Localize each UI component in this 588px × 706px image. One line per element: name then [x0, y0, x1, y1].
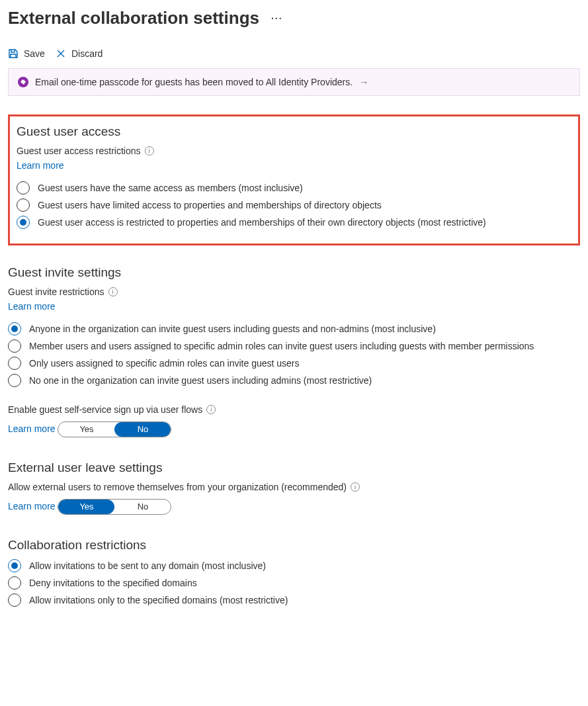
info-icon[interactable]: i: [145, 146, 154, 155]
save-button[interactable]: Save: [8, 48, 45, 59]
radio-icon: [8, 322, 21, 335]
radio-icon: [17, 181, 30, 195]
collab-option[interactable]: Allow invitations only to the specified …: [8, 594, 580, 607]
banner-text: Email one-time passcode for guests has b…: [35, 77, 353, 87]
banner-icon: [18, 77, 28, 87]
page-title: External collaboration settings ···: [8, 8, 580, 28]
radio-icon: [17, 216, 30, 229]
guest-invite-option-label: Only users assigned to specific admin ro…: [29, 358, 300, 369]
radio-icon: [8, 576, 21, 590]
guest-invite-option[interactable]: No one in the organization can invite gu…: [8, 374, 580, 387]
radio-icon: [8, 374, 21, 387]
guest-invite-heading: Guest invite settings: [8, 265, 580, 280]
learn-more-link[interactable]: Learn more: [8, 301, 56, 312]
toggle-yes[interactable]: Yes: [58, 422, 114, 437]
toggle-yes[interactable]: Yes: [58, 500, 114, 514]
radio-icon: [8, 594, 21, 607]
guest-access-option-label: Guest users have the same access as memb…: [38, 183, 303, 193]
collab-option[interactable]: Allow invitations to be sent to any doma…: [8, 559, 580, 572]
info-banner: Email one-time passcode for guests has b…: [8, 68, 580, 96]
toggle-no[interactable]: No: [114, 422, 171, 437]
close-icon: [56, 48, 66, 59]
radio-icon: [17, 199, 30, 212]
self-service-label: Enable guest self-service sign up via us…: [8, 404, 202, 415]
learn-more-link[interactable]: Learn more: [17, 160, 64, 171]
leave-label-row: Allow external users to remove themselve…: [8, 482, 580, 492]
save-label: Save: [24, 48, 45, 59]
guest-invite-sub: Guest invite restrictions i: [8, 287, 580, 297]
info-icon[interactable]: i: [206, 405, 216, 414]
guest-invite-option-label: Anyone in the organization can invite gu…: [29, 324, 436, 334]
guest-invite-section: Guest invite settings Guest invite restr…: [8, 265, 580, 441]
save-icon: [8, 48, 19, 59]
more-icon[interactable]: ···: [271, 13, 283, 24]
guest-access-sub: Guest user access restrictions i: [17, 146, 571, 156]
toggle-no[interactable]: No: [114, 500, 171, 514]
self-service-label-row: Enable guest self-service sign up via us…: [8, 404, 580, 415]
leave-heading: External user leave settings: [8, 461, 580, 475]
guest-invite-option[interactable]: Only users assigned to specific admin ro…: [8, 357, 580, 370]
radio-icon: [8, 357, 21, 370]
leave-toggle[interactable]: Yes No: [58, 499, 171, 515]
guest-invite-sub-text: Guest invite restrictions: [8, 287, 105, 297]
command-bar: Save Discard: [8, 44, 580, 68]
guest-access-sub-text: Guest user access restrictions: [17, 146, 141, 156]
arrow-right-icon[interactable]: →: [359, 77, 368, 87]
collab-section: Collaboration restrictions Allow invitat…: [8, 538, 580, 607]
radio-icon: [8, 559, 21, 572]
guest-access-option[interactable]: Guest user access is restricted to prope…: [17, 216, 571, 229]
guest-access-option[interactable]: Guest users have limited access to prope…: [17, 199, 571, 212]
guest-access-option-label: Guest user access is restricted to prope…: [38, 217, 486, 228]
guest-access-option[interactable]: Guest users have the same access as memb…: [17, 181, 571, 195]
discard-label: Discard: [71, 48, 103, 59]
radio-icon: [8, 339, 21, 353]
collab-option-label: Deny invitations to the specified domain…: [29, 578, 197, 588]
collab-option[interactable]: Deny invitations to the specified domain…: [8, 576, 580, 590]
info-icon[interactable]: i: [108, 287, 118, 296]
guest-invite-option[interactable]: Member users and users assigned to speci…: [8, 339, 580, 353]
collab-option-label: Allow invitations only to the specified …: [29, 595, 288, 605]
leave-section: External user leave settings Allow exter…: [8, 461, 580, 518]
guest-invite-option[interactable]: Anyone in the organization can invite gu…: [8, 322, 580, 335]
self-service-toggle[interactable]: Yes No: [58, 421, 171, 437]
page-title-text: External collaboration settings: [8, 8, 259, 28]
info-icon[interactable]: i: [351, 482, 360, 492]
guest-invite-option-label: No one in the organization can invite gu…: [29, 375, 372, 386]
guest-access-heading: Guest user access: [17, 124, 571, 139]
learn-more-link[interactable]: Learn more: [8, 423, 56, 434]
guest-access-option-label: Guest users have limited access to prope…: [38, 200, 382, 210]
learn-more-link[interactable]: Learn more: [8, 501, 56, 511]
collab-option-label: Allow invitations to be sent to any doma…: [29, 560, 266, 571]
discard-button[interactable]: Discard: [56, 48, 103, 59]
leave-label: Allow external users to remove themselve…: [8, 482, 347, 492]
guest-access-section: Guest user access Guest user access rest…: [8, 114, 580, 245]
guest-invite-option-label: Member users and users assigned to speci…: [29, 341, 534, 351]
collab-heading: Collaboration restrictions: [8, 538, 580, 552]
